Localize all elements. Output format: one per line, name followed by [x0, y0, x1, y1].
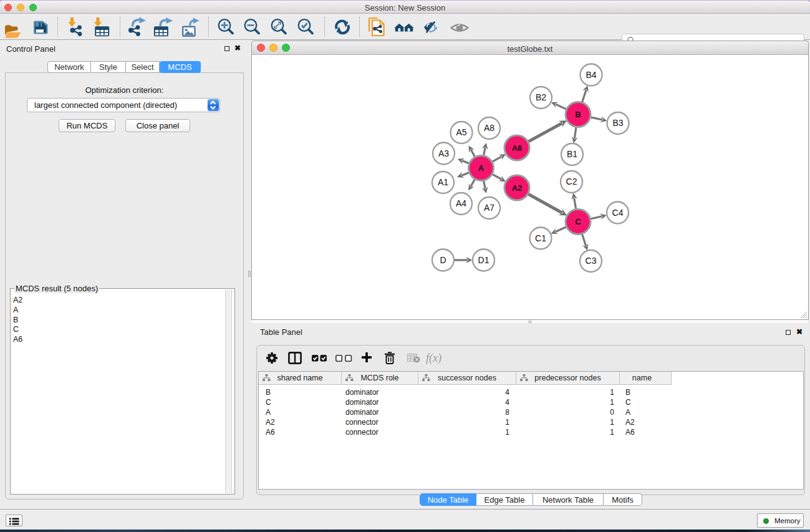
svg-text:A7: A7 [484, 203, 494, 213]
svg-text:A6: A6 [512, 143, 523, 153]
svg-text:B2: B2 [536, 92, 546, 102]
svg-text:C: C [575, 217, 581, 226]
svg-text:C4: C4 [612, 208, 624, 218]
svg-text:B4: B4 [586, 70, 596, 80]
svg-text:A: A [478, 163, 485, 173]
svg-text:D1: D1 [478, 255, 489, 265]
svg-text:C2: C2 [566, 177, 577, 186]
svg-text:B3: B3 [612, 118, 623, 128]
svg-text:B1: B1 [567, 149, 577, 159]
svg-text:A2: A2 [512, 183, 523, 193]
svg-text:A5: A5 [456, 127, 466, 137]
svg-text:C1: C1 [535, 233, 546, 243]
svg-text:A3: A3 [438, 148, 449, 158]
svg-text:C3: C3 [586, 256, 597, 266]
svg-text:A4: A4 [456, 198, 466, 208]
svg-text:A8: A8 [484, 123, 494, 133]
svg-text:B: B [575, 110, 581, 119]
svg-text:A1: A1 [438, 177, 448, 187]
svg-text:D: D [440, 255, 446, 265]
